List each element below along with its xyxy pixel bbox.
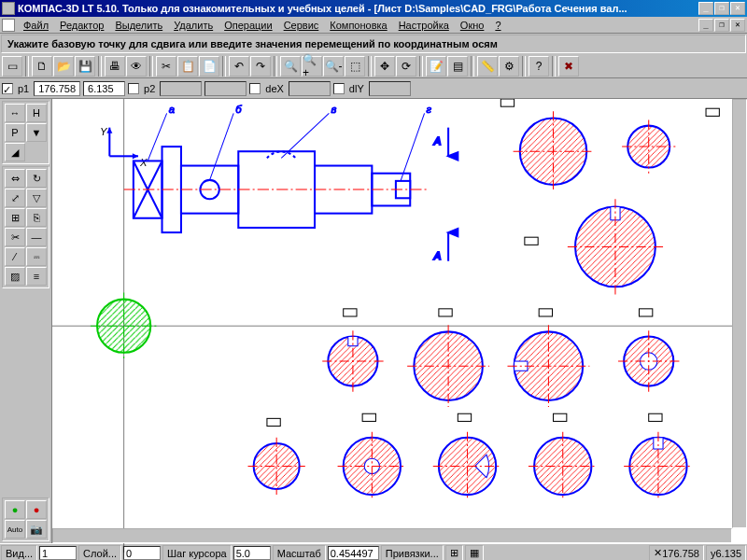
preview-button[interactable]: 👁 bbox=[126, 56, 147, 77]
mdi-restore-button[interactable]: ❐ bbox=[714, 19, 729, 32]
view-button[interactable]: Вид... bbox=[1, 545, 37, 560]
mode-geometry-button[interactable]: ↔ bbox=[5, 104, 25, 122]
options-button[interactable]: ⚙ bbox=[499, 56, 519, 77]
svg-rect-86 bbox=[554, 413, 567, 421]
dex-label: deX bbox=[263, 83, 286, 94]
zoom-in-button[interactable]: 🔍+ bbox=[302, 56, 322, 77]
mode-edit-button[interactable]: ▼ bbox=[26, 123, 47, 142]
snapshot-button[interactable]: 📷 bbox=[26, 520, 47, 539]
tool-align-button[interactable]: ≡ bbox=[26, 267, 47, 286]
main-toolbar: ▭ 🗋 📂 💾 🖶 👁 ✂ 📋 📄 ↶ ↷ 🔍 🔍+ 🔍- ⬚ ✥ ⟳ 📝 ▤ … bbox=[0, 54, 747, 78]
tool-scale-button[interactable]: ⤢ bbox=[5, 189, 25, 207]
p1-label: p1 bbox=[16, 83, 31, 94]
menubar: Файл Редактор Выделить Удалить Операции … bbox=[0, 17, 747, 34]
menu-delete[interactable]: Удалить bbox=[168, 19, 218, 32]
dex-checkbox[interactable] bbox=[249, 83, 261, 94]
tool-hatch-button[interactable]: ▨ bbox=[5, 267, 25, 286]
menu-operations[interactable]: Операции bbox=[218, 19, 277, 32]
vertical-scrollbar[interactable] bbox=[732, 99, 747, 528]
svg-marker-31 bbox=[448, 229, 458, 236]
tool-array-button[interactable]: ⊞ bbox=[5, 208, 25, 227]
tool-move-button[interactable]: ⇔ bbox=[5, 169, 25, 188]
window-title: КОМПАС-3D LT 5.10. Только для ознакомите… bbox=[18, 3, 698, 14]
menu-settings[interactable]: Настройка bbox=[393, 19, 455, 32]
window-list-button[interactable]: ▭ bbox=[2, 56, 22, 77]
context-help-button[interactable]: ? bbox=[529, 56, 549, 77]
drawing-canvas[interactable]: Y X а б в г bbox=[52, 99, 747, 543]
auto-button[interactable]: Auto bbox=[5, 520, 25, 539]
p2-checkbox[interactable] bbox=[128, 83, 139, 94]
p1-checkbox[interactable]: ✓ bbox=[2, 83, 13, 94]
menu-window[interactable]: Окно bbox=[455, 19, 490, 32]
p1-y-field[interactable]: 6.135 bbox=[83, 81, 125, 96]
coordinate-bar: ✓ p1 176.758 6.135 p2 deX dlY bbox=[0, 78, 747, 99]
mode-symbol-button[interactable]: ◢ bbox=[5, 143, 25, 161]
undo-button[interactable]: ↶ bbox=[229, 56, 249, 77]
p2-y-field[interactable] bbox=[204, 81, 247, 96]
dly-checkbox[interactable] bbox=[333, 83, 345, 94]
mode-text-button[interactable]: P bbox=[5, 123, 25, 142]
zoom-fit-button[interactable]: 🔍 bbox=[280, 56, 301, 77]
layers-button[interactable]: ▤ bbox=[447, 56, 468, 77]
refresh-button[interactable]: ⟳ bbox=[396, 56, 416, 77]
dex-field[interactable] bbox=[289, 81, 331, 96]
svg-rect-64 bbox=[539, 309, 552, 316]
svg-rect-55 bbox=[344, 309, 357, 316]
svg-rect-91 bbox=[649, 413, 662, 421]
tool-extend-button[interactable]: — bbox=[26, 228, 47, 246]
app-icon bbox=[2, 2, 15, 15]
svg-line-25 bbox=[401, 113, 425, 181]
minimize-button[interactable]: _ bbox=[698, 2, 713, 15]
maximize-button[interactable]: ❐ bbox=[714, 2, 729, 15]
tool-break-button[interactable]: ⎓ bbox=[26, 247, 47, 266]
svg-marker-28 bbox=[448, 152, 458, 160]
properties-button[interactable]: 📝 bbox=[426, 56, 446, 77]
mdi-close-button[interactable]: ✕ bbox=[730, 19, 745, 32]
new-button[interactable]: 🗋 bbox=[32, 56, 52, 77]
menu-help[interactable]: ? bbox=[489, 19, 506, 32]
ok-button[interactable]: ● bbox=[5, 500, 25, 519]
cut-button[interactable]: ✂ bbox=[156, 56, 176, 77]
copy-button[interactable]: 📋 bbox=[177, 56, 198, 77]
svg-rect-41 bbox=[500, 99, 514, 106]
measure-button[interactable]: 📏 bbox=[477, 56, 498, 77]
tool-copy-button[interactable]: ⎘ bbox=[26, 208, 47, 227]
horizontal-scrollbar[interactable] bbox=[52, 528, 732, 543]
svg-text:X: X bbox=[139, 157, 148, 168]
redo-button[interactable]: ↷ bbox=[250, 56, 271, 77]
menu-layout[interactable]: Компоновка bbox=[324, 19, 392, 32]
menu-editor[interactable]: Редактор bbox=[54, 19, 109, 32]
mode-dimension-button[interactable]: H bbox=[26, 104, 47, 122]
tool-rotate-button[interactable]: ↻ bbox=[26, 169, 47, 188]
p1-x-field[interactable]: 176.758 bbox=[34, 81, 80, 96]
svg-text:Y: Y bbox=[100, 126, 108, 137]
tool-trim-button[interactable]: ✂ bbox=[5, 228, 25, 246]
exit-button[interactable]: ✖ bbox=[558, 56, 579, 77]
svg-rect-50 bbox=[525, 237, 538, 245]
p2-x-field[interactable] bbox=[160, 81, 202, 96]
svg-rect-69 bbox=[640, 309, 653, 316]
stop-button[interactable]: ● bbox=[26, 500, 47, 519]
svg-text:А: А bbox=[433, 135, 442, 147]
dly-label: dlY bbox=[347, 83, 366, 94]
menu-select[interactable]: Выделить bbox=[109, 19, 168, 32]
svg-marker-5 bbox=[133, 153, 138, 159]
mdi-minimize-button[interactable]: _ bbox=[698, 19, 713, 32]
print-button[interactable]: 🖶 bbox=[105, 56, 125, 77]
svg-line-21 bbox=[210, 113, 234, 180]
zoom-window-button[interactable]: ⬚ bbox=[345, 56, 365, 77]
open-button[interactable]: 📂 bbox=[53, 56, 74, 77]
save-button[interactable]: 💾 bbox=[75, 56, 95, 77]
close-button[interactable]: ✕ bbox=[730, 2, 745, 15]
dly-field[interactable] bbox=[369, 81, 411, 96]
menu-service[interactable]: Сервис bbox=[278, 19, 325, 32]
svg-text:б: б bbox=[235, 104, 242, 115]
pan-button[interactable]: ✥ bbox=[374, 56, 395, 77]
menu-file[interactable]: Файл bbox=[18, 19, 54, 32]
tool-mirror-button[interactable]: ▽ bbox=[26, 189, 47, 207]
paste-button[interactable]: 📄 bbox=[199, 56, 219, 77]
tool-divide-button[interactable]: ∕ bbox=[5, 247, 25, 266]
zoom-out-button[interactable]: 🔍- bbox=[323, 56, 344, 77]
svg-text:А: А bbox=[433, 250, 442, 261]
doc-icon bbox=[2, 19, 15, 32]
